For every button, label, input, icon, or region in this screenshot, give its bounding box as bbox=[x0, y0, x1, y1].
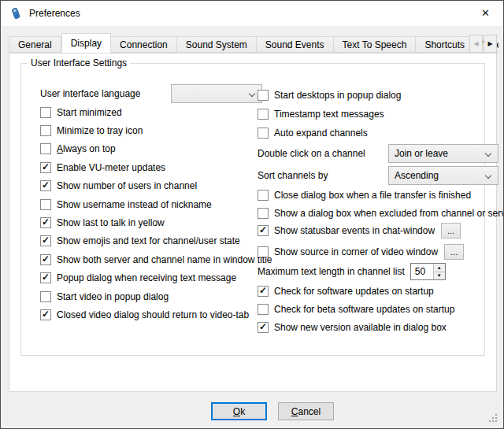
checkbox[interactable] bbox=[40, 180, 51, 191]
tab-label: Sound Events bbox=[265, 39, 324, 50]
checkbox[interactable] bbox=[258, 286, 269, 297]
always-on-top-row[interactable]: Always on top bbox=[40, 140, 265, 158]
tab-scrollers: ◀ ▶ bbox=[469, 35, 497, 53]
video-popup-row[interactable]: Start video in popup dialog bbox=[40, 287, 265, 305]
checkbox[interactable] bbox=[258, 322, 269, 333]
tab-general[interactable]: General bbox=[9, 36, 61, 53]
show-username-row[interactable]: Show username instead of nickname bbox=[40, 195, 265, 213]
display-tab-page: User Interface Settings User interface l… bbox=[9, 53, 497, 392]
tab-bar: General Display Connection Sound System … bbox=[9, 33, 498, 53]
checkbox[interactable] bbox=[258, 225, 269, 236]
max-text-length-spinner[interactable]: 50 ▲ ▼ bbox=[410, 263, 446, 280]
video-source-more-button[interactable]: ... bbox=[444, 244, 464, 260]
checkbox[interactable] bbox=[258, 128, 269, 139]
checkbox-label: Show both server and channel name in win… bbox=[57, 254, 272, 265]
checkbox[interactable] bbox=[40, 125, 51, 136]
checkbox[interactable] bbox=[258, 90, 269, 101]
auto-expand-row[interactable]: Auto expand channels bbox=[258, 127, 498, 139]
excluded-dialog-row[interactable]: Show a dialog box when excluded from cha… bbox=[258, 207, 498, 220]
tab-sound-events[interactable]: Sound Events bbox=[257, 36, 334, 53]
tab-text-to-speech[interactable]: Text To Speech bbox=[334, 36, 417, 53]
chevron-down-icon bbox=[485, 150, 491, 157]
language-select[interactable] bbox=[171, 84, 262, 103]
checkbox-label: Check for beta software updates on start… bbox=[274, 304, 454, 315]
checkbox[interactable] bbox=[40, 272, 51, 283]
checkbox-label: Show last to talk in yellow bbox=[57, 217, 165, 228]
resize-grip[interactable] bbox=[489, 414, 498, 423]
label-rest: lways on top bbox=[63, 143, 116, 154]
spin-down-icon[interactable]: ▼ bbox=[434, 272, 445, 280]
tab-connection[interactable]: Connection bbox=[111, 36, 177, 53]
cancel-button[interactable]: Cancel bbox=[278, 402, 334, 420]
new-version-dialog-row[interactable]: Show new version available in dialog box bbox=[258, 321, 498, 334]
checkbox[interactable] bbox=[40, 235, 51, 246]
tab-display[interactable]: Display bbox=[61, 33, 111, 53]
user-interface-settings-group: User Interface Settings User interface l… bbox=[20, 63, 485, 356]
double-click-row: Double click on a channel Join or leave bbox=[258, 144, 498, 163]
checkbox-label: Show new version available in dialog box bbox=[274, 322, 447, 333]
ok-button[interactable]: Ok bbox=[211, 402, 267, 420]
tab-label: Text To Speech bbox=[343, 39, 407, 50]
checkbox[interactable] bbox=[258, 208, 269, 219]
tab-label: General bbox=[18, 39, 52, 50]
checkbox[interactable] bbox=[258, 246, 269, 257]
checkbox-label: Show number of users in channel bbox=[57, 180, 197, 191]
checkbox[interactable] bbox=[258, 304, 269, 315]
checkbox[interactable] bbox=[258, 109, 269, 120]
double-click-select[interactable]: Join or leave bbox=[388, 144, 498, 163]
checkbox[interactable] bbox=[40, 143, 51, 154]
spin-up-icon[interactable]: ▲ bbox=[434, 264, 445, 272]
checkbox[interactable] bbox=[40, 199, 51, 210]
checkbox[interactable] bbox=[40, 254, 51, 265]
tab-label: Sound System bbox=[186, 39, 247, 50]
tab-scroll-right-icon[interactable]: ▶ bbox=[484, 35, 497, 53]
checkbox[interactable] bbox=[40, 217, 51, 228]
minimize-to-tray-row[interactable]: Minimize to tray icon bbox=[40, 121, 265, 139]
desktops-popup-row[interactable]: Start desktops in popup dialog bbox=[258, 89, 498, 102]
checkbox-label: Timestamp text messages bbox=[274, 109, 384, 120]
window-title-row[interactable]: Show both server and channel name in win… bbox=[40, 250, 265, 268]
popup-text-message-row[interactable]: Popup dialog when receiving text message bbox=[40, 269, 265, 287]
checkbox-label: Start video in popup dialog bbox=[57, 291, 169, 302]
show-user-count-row[interactable]: Show number of users in channel bbox=[40, 177, 265, 195]
spinner-buttons: ▲ ▼ bbox=[433, 264, 445, 279]
close-button[interactable]: ✕ bbox=[468, 1, 503, 25]
statusbar-events-more-button[interactable]: ... bbox=[441, 223, 461, 239]
tab-label: Display bbox=[71, 38, 102, 49]
double-click-label: Double click on a channel bbox=[258, 148, 365, 159]
checkbox[interactable] bbox=[40, 162, 51, 173]
tab-shortcuts[interactable]: Shortcuts bbox=[416, 36, 474, 53]
statusbar-events-row[interactable]: Show statusbar events in chat-window ... bbox=[258, 223, 498, 239]
language-label: User interface language bbox=[40, 88, 140, 99]
checkbox[interactable] bbox=[40, 107, 51, 118]
sort-channels-row: Sort channels by Ascending bbox=[258, 166, 498, 185]
tab-scroll-left-icon[interactable]: ◀ bbox=[469, 35, 483, 53]
start-minimized-row[interactable]: Start minimized bbox=[40, 103, 265, 121]
beta-updates-row[interactable]: Check for beta software updates on start… bbox=[258, 303, 498, 316]
video-tab-return-row[interactable]: Closed video dialog should return to vid… bbox=[40, 305, 265, 324]
last-to-talk-row[interactable]: Show last to talk in yellow bbox=[40, 213, 265, 231]
tab-sound-system[interactable]: Sound System bbox=[177, 36, 257, 53]
file-transfer-close-row[interactable]: Close dialog box when a file transfer is… bbox=[258, 189, 498, 202]
checkbox[interactable] bbox=[40, 309, 51, 320]
max-text-length-value: 50 bbox=[411, 264, 433, 279]
checkbox-label: Always on top bbox=[57, 143, 116, 154]
checkbox-label: Close dialog box when a file transfer is… bbox=[274, 190, 471, 201]
left-column: Start minimized Minimize to tray icon Al… bbox=[40, 103, 265, 324]
timestamp-row[interactable]: Timestamp text messages bbox=[258, 108, 498, 120]
accesskey: A bbox=[57, 143, 63, 154]
double-click-value: Join or leave bbox=[395, 148, 448, 159]
sort-channels-value: Ascending bbox=[395, 170, 439, 181]
chevron-down-icon bbox=[485, 172, 491, 179]
vu-meter-row[interactable]: Enable VU-meter updates bbox=[40, 158, 265, 176]
emojis-row[interactable]: Show emojis and text for channel/user st… bbox=[40, 232, 265, 250]
checkbox-label: Enable VU-meter updates bbox=[57, 162, 165, 173]
titlebar[interactable]: Preferences ✕ bbox=[1, 1, 503, 26]
label-rest: ancel bbox=[298, 406, 321, 417]
software-updates-row[interactable]: Check for software updates on startup bbox=[258, 285, 498, 298]
checkbox[interactable] bbox=[258, 190, 269, 201]
sort-channels-select[interactable]: Ascending bbox=[388, 166, 498, 185]
video-source-corner-row[interactable]: Show source in corner of video window ..… bbox=[258, 244, 498, 260]
checkbox[interactable] bbox=[40, 291, 51, 302]
groupbox-title: User Interface Settings bbox=[28, 57, 130, 68]
